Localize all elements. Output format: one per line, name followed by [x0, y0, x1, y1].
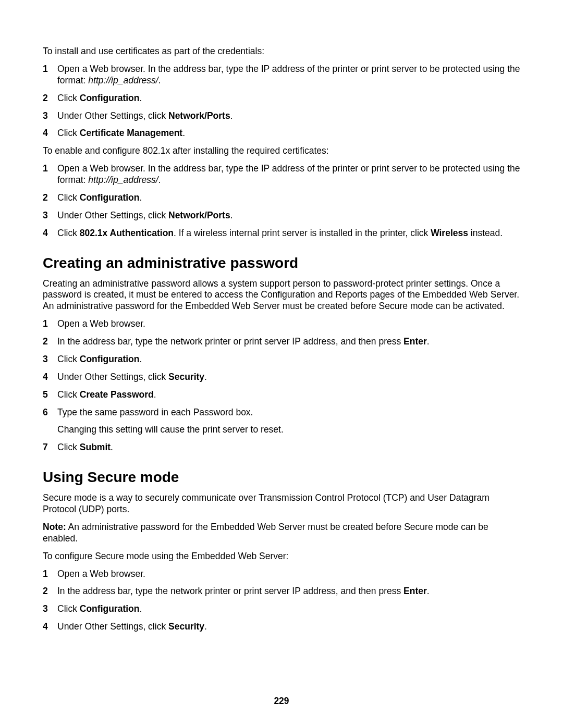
step-text: Open a Web browser.: [57, 569, 520, 580]
step-item: 1 Open a Web browser. In the address bar…: [43, 64, 520, 87]
step-item: 4 Click Certificate Management.: [43, 128, 520, 139]
step-number: 2: [43, 192, 48, 204]
step-item: 3 Under Other Settings, click Network/Po…: [43, 110, 520, 122]
step-number: 1: [43, 318, 48, 330]
step-number: 3: [43, 354, 48, 365]
step-text: Click Configuration.: [57, 93, 520, 104]
step-item: 2 In the address bar, type the network p…: [43, 586, 520, 597]
intro-enable-8021x: To enable and configure 802.1x after ins…: [43, 145, 520, 157]
step-item: 2 Click Configuration.: [43, 192, 520, 204]
page-number: 229: [0, 696, 563, 707]
step-text: Under Other Settings, click Security.: [57, 621, 520, 633]
step-text: Open a Web browser.: [57, 318, 520, 330]
step-text: In the address bar, type the network pri…: [57, 586, 520, 597]
step-text: Under Other Settings, click Security.: [57, 372, 520, 383]
paragraph: To configure Secure mode using the Embed…: [43, 551, 520, 562]
step-number: 7: [43, 442, 48, 453]
intro-certificates: To install and use certificates as part …: [43, 46, 520, 57]
note-paragraph: Note: An administrative password for the…: [43, 522, 520, 545]
paragraph: Creating an administrative password allo…: [43, 278, 520, 313]
note-label: Note:: [43, 522, 66, 532]
steps-create-password: 1 Open a Web browser. 2 In the address b…: [43, 318, 520, 453]
step-item: 4 Under Other Settings, click Security.: [43, 621, 520, 633]
step-number: 2: [43, 93, 48, 104]
step-number: 2: [43, 336, 48, 348]
note-text: An administrative password for the Embed…: [43, 522, 488, 544]
steps-install-certificates: 1 Open a Web browser. In the address bar…: [43, 64, 520, 139]
step-note: Changing this setting will cause the pri…: [57, 424, 520, 436]
step-number: 1: [43, 163, 48, 175]
step-item: 4 Click 802.1x Authentication. If a wire…: [43, 228, 520, 239]
step-number: 2: [43, 586, 48, 597]
step-item: 2 Click Configuration.: [43, 93, 520, 104]
step-number: 4: [43, 228, 48, 239]
step-text: Click Certificate Management.: [57, 128, 520, 139]
step-item: 1 Open a Web browser.: [43, 318, 520, 330]
step-item: 2 In the address bar, type the network p…: [43, 336, 520, 348]
step-text: Click Configuration.: [57, 603, 520, 615]
step-number: 3: [43, 110, 48, 122]
steps-enable-8021x: 1 Open a Web browser. In the address bar…: [43, 163, 520, 239]
step-text: In the address bar, type the network pri…: [57, 336, 520, 348]
step-item: 3 Under Other Settings, click Network/Po…: [43, 210, 520, 221]
step-number: 4: [43, 128, 48, 139]
step-text: Click 802.1x Authentication. If a wirele…: [57, 228, 520, 239]
step-item: 1 Open a Web browser. In the address bar…: [43, 163, 520, 186]
step-number: 3: [43, 603, 48, 615]
step-text: Type the same password in each Password …: [57, 407, 520, 418]
step-text: Click Create Password.: [57, 389, 520, 401]
step-text: Click Submit.: [57, 442, 520, 453]
steps-secure-mode: 1 Open a Web browser. 2 In the address b…: [43, 569, 520, 633]
step-number: 6: [43, 407, 48, 418]
step-item: 5 Click Create Password.: [43, 389, 520, 401]
step-text: Click Configuration.: [57, 192, 520, 204]
step-text: Under Other Settings, click Network/Port…: [57, 210, 520, 221]
heading-secure-mode: Using Secure mode: [43, 468, 520, 486]
step-text: Open a Web browser. In the address bar, …: [57, 163, 520, 186]
step-item: 7 Click Submit.: [43, 442, 520, 453]
step-number: 4: [43, 372, 48, 383]
step-number: 4: [43, 621, 48, 633]
paragraph: Secure mode is a way to securely communi…: [43, 492, 520, 515]
document-page: To install and use certificates as part …: [0, 0, 563, 728]
heading-create-password: Creating an administrative password: [43, 254, 520, 272]
step-text: Open a Web browser. In the address bar, …: [57, 64, 520, 87]
step-item: 4 Under Other Settings, click Security.: [43, 372, 520, 383]
step-number: 5: [43, 389, 48, 401]
step-number: 3: [43, 210, 48, 221]
step-item: 3 Click Configuration.: [43, 603, 520, 615]
step-text: Click Configuration.: [57, 354, 520, 365]
step-number: 1: [43, 64, 48, 75]
step-item: 6 Type the same password in each Passwor…: [43, 407, 520, 436]
step-number: 1: [43, 569, 48, 580]
step-item: 1 Open a Web browser.: [43, 569, 520, 580]
step-text: Under Other Settings, click Network/Port…: [57, 110, 520, 122]
step-item: 3 Click Configuration.: [43, 354, 520, 365]
